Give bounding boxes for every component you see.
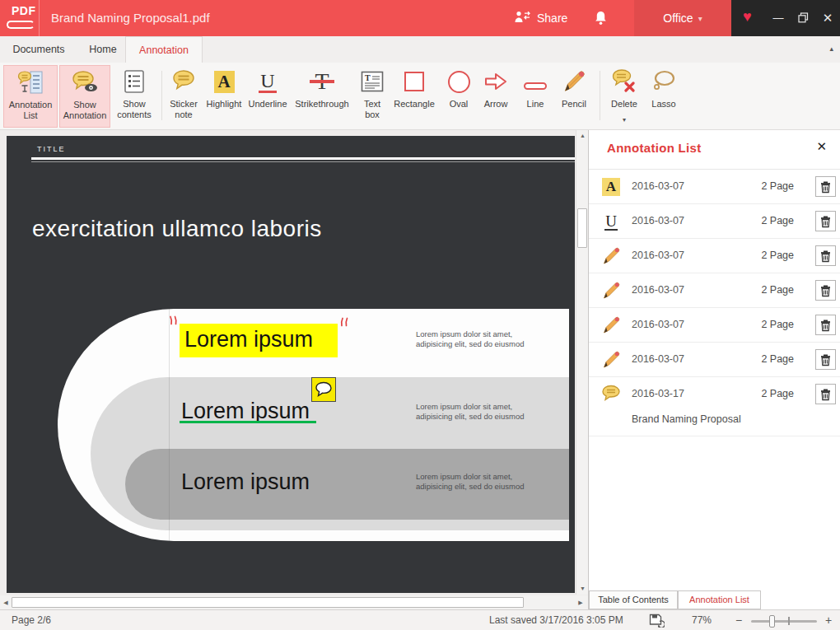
tab-table-of-contents[interactable]: Table of Contents <box>589 590 678 609</box>
slide-heading: exercitation ullamco laboris <box>32 216 322 242</box>
bell-icon <box>595 11 607 26</box>
scroll-up-icon[interactable]: ▲ <box>576 130 589 142</box>
zoom-slider-handle[interactable] <box>769 615 775 628</box>
annotation-date: 2016-03-07 <box>632 215 684 226</box>
annotation-date: 2016-03-07 <box>632 180 684 192</box>
restore-button[interactable] <box>791 0 815 36</box>
tab-annotation[interactable]: Annotation <box>125 36 203 63</box>
tab-documents[interactable]: Documents <box>10 36 68 63</box>
tab-home[interactable]: Home <box>82 36 124 63</box>
ribbon-tab-bar: Documents Home Annotation ▴ <box>0 36 840 63</box>
slide-row-description: Lorem ipsum dolor sit amet, adipisicing … <box>416 329 572 349</box>
annotation-row[interactable]: 2016-03-17 2 Page Brand Naming Proposal <box>589 377 840 436</box>
annotation-date: 2016-03-07 <box>632 319 684 330</box>
speech-bubble-icon <box>315 381 333 398</box>
notification-bell-button[interactable] <box>595 11 607 29</box>
delete-annotation-button[interactable] <box>815 280 836 301</box>
annotation-row[interactable]: 2016-03-07 2 Page <box>589 273 840 308</box>
annotation-row[interactable]: 2016-03-07 2 Page <box>589 343 840 377</box>
annotation-row[interactable]: A 2016-03-07 2 Page <box>589 170 840 204</box>
annotation-panel: Annotation List ✕ A 2016-03-07 2 Page U … <box>588 130 840 609</box>
zoom-out-button[interactable]: − <box>735 614 742 627</box>
text-box-icon: T <box>357 65 387 98</box>
favorite-heart-icon[interactable]: ♥ <box>743 8 752 25</box>
line-button[interactable]: Line <box>519 65 552 128</box>
pencil-annotation-mark[interactable] <box>168 315 179 330</box>
panel-bottom-tabs: Table of Contents Annotation List <box>589 590 840 609</box>
ribbon-toolbar: Annotation List Show Annotation Show con… <box>0 63 840 130</box>
oval-button[interactable]: Oval <box>443 65 474 128</box>
show-annotation-button[interactable]: Show Annotation <box>59 65 110 128</box>
rectangle-icon <box>404 72 424 91</box>
paperclip-icon <box>7 21 35 29</box>
save-status-icon[interactable] <box>649 614 665 630</box>
tab-annotation-list[interactable]: Annotation List <box>678 590 761 609</box>
delete-annotation-icon <box>605 65 643 98</box>
pencil-button[interactable]: Pencil <box>555 65 593 128</box>
annotation-list-button[interactable]: Annotation List <box>3 65 58 128</box>
last-saved-text: Last saved 3/17/2016 3:05 PM <box>489 614 623 626</box>
rectangle-button[interactable]: Rectangle <box>390 65 438 128</box>
delete-annotation-button[interactable] <box>815 176 836 197</box>
sticker-note-annotation[interactable] <box>311 377 336 402</box>
vertical-scrollbar[interactable]: ▲ ▼ <box>576 130 588 595</box>
zoom-slider-track[interactable] <box>751 620 817 623</box>
annotation-row[interactable]: U 2016-03-07 2 Page <box>589 204 840 239</box>
lasso-icon <box>646 65 682 98</box>
app-logo[interactable]: PDF <box>0 0 40 36</box>
delete-button[interactable]: Delete ▾ <box>605 65 643 128</box>
pdf-page[interactable]: TITLE exercitation ullamco laboris Lorem… <box>7 136 575 593</box>
sticker-note-button[interactable]: Sticker note <box>166 65 201 128</box>
chevron-down-icon[interactable]: ▾ <box>605 116 643 124</box>
underline-label: Underline <box>247 99 288 110</box>
ribbon-separator <box>600 71 600 120</box>
scroll-right-icon[interactable]: ▶ <box>575 595 586 609</box>
arrow-button[interactable]: Arrow <box>478 65 514 128</box>
annotation-page: 2 Page <box>761 250 794 261</box>
delete-annotation-button[interactable] <box>815 211 836 231</box>
horizontal-scrollbar-thumb[interactable] <box>12 597 524 608</box>
show-contents-button[interactable]: Show contents <box>112 65 156 128</box>
delete-annotation-button[interactable] <box>815 315 836 335</box>
vertical-scrollbar-thumb[interactable] <box>577 208 587 248</box>
zoom-in-button[interactable]: + <box>825 614 832 627</box>
close-panel-icon[interactable]: ✕ <box>816 139 827 154</box>
strikethrough-button[interactable]: T Strikethrough <box>290 65 354 128</box>
zoom-level: 77% <box>692 614 712 626</box>
office-menu-button[interactable]: Office ▾ <box>634 0 731 36</box>
highlight-icon: A <box>602 178 620 196</box>
strikethrough-icon: T <box>310 69 334 94</box>
svg-text:T: T <box>365 73 371 82</box>
annotation-row[interactable]: 2016-03-07 2 Page <box>589 308 840 343</box>
pencil-label: Pencil <box>555 99 593 110</box>
share-icon <box>515 11 531 26</box>
underline-annotation[interactable] <box>180 421 316 423</box>
highlight-label: Highlight <box>203 99 245 110</box>
scroll-left-icon[interactable]: ◀ <box>0 595 12 609</box>
collapse-ribbon-button[interactable]: ▴ <box>829 44 833 53</box>
horizontal-scrollbar[interactable]: ◀ ▶ <box>0 595 588 609</box>
annotation-row[interactable]: 2016-03-07 2 Page <box>589 239 840 273</box>
lasso-label: Lasso <box>646 99 682 110</box>
pencil-icon <box>555 65 593 98</box>
line-label: Line <box>519 99 552 110</box>
pencil-annotation-mark[interactable] <box>339 317 350 332</box>
scroll-down-icon[interactable]: ▼ <box>576 583 589 595</box>
annotation-date: 2016-03-07 <box>632 250 684 261</box>
page-indicator: Page 2/6 <box>12 614 51 626</box>
share-label: Share <box>537 12 567 25</box>
delete-annotation-button[interactable] <box>815 384 836 404</box>
highlight-button[interactable]: A Highlight <box>203 65 245 128</box>
delete-annotation-button[interactable] <box>815 349 836 370</box>
text-box-button[interactable]: T Text box <box>357 65 387 128</box>
underline-button[interactable]: U Underline <box>247 65 288 128</box>
share-button[interactable]: Share <box>515 0 567 36</box>
oval-label: Oval <box>443 99 474 110</box>
lasso-button[interactable]: Lasso <box>646 65 682 128</box>
annotation-note-text: Brand Naming Proposal <box>632 413 741 425</box>
slide-kicker: TITLE <box>37 145 66 153</box>
minimize-button[interactable]: — <box>766 0 791 36</box>
title-bar: PDF Brand Naming Proposal1.pdf Share Off… <box>0 0 840 36</box>
close-button[interactable]: ✕ <box>815 0 840 36</box>
delete-annotation-button[interactable] <box>815 245 836 266</box>
